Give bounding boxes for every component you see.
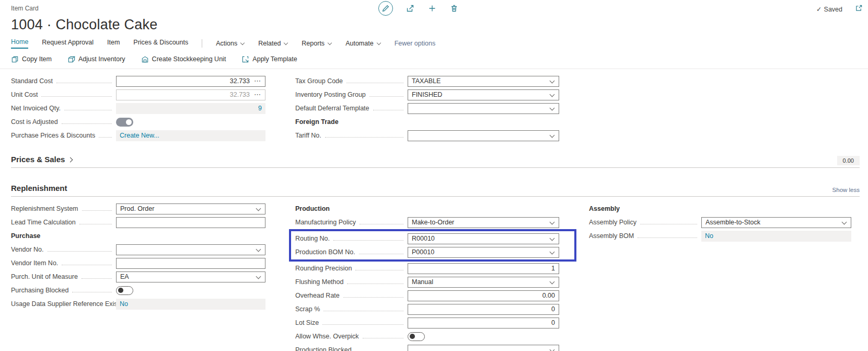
field-label: Vendor Item No.: [11, 259, 58, 267]
field-purchasing-blocked: Purchasing Blocked: [11, 284, 265, 297]
field-purch-unit-of-measure: Purch. Unit of Measure EA: [11, 270, 265, 284]
tab-request-approval[interactable]: Request Approval: [42, 39, 94, 48]
flushing-method-dropdown[interactable]: Manual: [408, 277, 559, 288]
default-deferral-template-dropdown[interactable]: [408, 103, 559, 114]
lead-time-calculation-input[interactable]: [116, 217, 265, 228]
field-label: Manufacturing Policy: [295, 219, 356, 226]
production-bom-no-dropdown[interactable]: P00010: [408, 247, 559, 258]
replenishment-system-dropdown[interactable]: Prod. Order: [116, 203, 265, 214]
trash-icon: [450, 4, 458, 13]
breadcrumb[interactable]: Item Card: [11, 5, 39, 12]
tariff-no-dropdown[interactable]: [408, 130, 559, 141]
routing-no-dropdown[interactable]: R00010: [408, 233, 559, 244]
menu-related[interactable]: Related: [258, 40, 288, 47]
manufacturing-policy-dropdown[interactable]: Make-to-Order: [408, 217, 559, 228]
inventory-posting-group-dropdown[interactable]: FINISHED: [408, 89, 559, 100]
standard-cost-input[interactable]: 32.733 ⋯: [116, 76, 265, 87]
save-status: ✓ Saved: [816, 5, 842, 13]
delete-button[interactable]: [450, 4, 459, 13]
chevron-down-icon[interactable]: [550, 92, 555, 97]
field-assembly-bom: Assembly BOM No: [589, 229, 851, 243]
field-routing-no: Routing No. R00010: [295, 232, 559, 245]
tab-prices-discounts[interactable]: Prices & Discounts: [133, 39, 188, 48]
apply-template-button[interactable]: Apply Template: [241, 55, 297, 63]
section-title: Replenishment: [11, 184, 67, 193]
chevron-right-icon[interactable]: [68, 157, 73, 162]
chevron-down-icon[interactable]: [256, 274, 261, 279]
menu-actions[interactable]: Actions: [216, 40, 245, 47]
assist-edit-icon[interactable]: ⋯: [254, 92, 261, 97]
prices-sales-section-header[interactable]: Prices & Sales 0.00: [11, 155, 860, 168]
allow-whse-overpick-toggle[interactable]: [408, 332, 425, 341]
adjust-inventory-button[interactable]: Adjust Inventory: [67, 55, 125, 63]
field-label: Purchase Prices & Discounts: [11, 132, 95, 139]
field-net-invoiced-qty: Net Invoiced Qty. 9: [11, 101, 265, 115]
overhead-rate-input[interactable]: 0.00: [408, 290, 559, 301]
chevron-down-icon[interactable]: [256, 247, 261, 252]
assembly-bom-link[interactable]: No: [705, 232, 848, 240]
field-label: Rounding Precision: [295, 265, 352, 272]
field-production-blocked: Production Blocked: [295, 343, 559, 351]
usage-data-link[interactable]: No: [120, 300, 262, 308]
assembly-policy-dropdown[interactable]: Assemble-to-Stock: [701, 217, 851, 228]
lot-size-input[interactable]: 0: [408, 318, 559, 329]
save-status-label: Saved: [824, 6, 842, 13]
vendor-no-dropdown[interactable]: [116, 244, 265, 255]
edit-button[interactable]: [378, 1, 393, 16]
dotted-leader: [56, 77, 112, 83]
chevron-down-icon: [284, 41, 288, 46]
general-left-column: Standard Cost 32.733 ⋯ Unit Cost 32.733 …: [11, 74, 265, 142]
purchasing-blocked-toggle[interactable]: [116, 286, 133, 295]
fewer-options-link[interactable]: Fewer options: [395, 40, 436, 47]
tab-item[interactable]: Item: [107, 39, 120, 48]
chevron-down-icon[interactable]: [550, 78, 555, 84]
chevron-down-icon[interactable]: [550, 250, 555, 255]
purch-unit-of-measure-dropdown[interactable]: EA: [116, 271, 265, 282]
general-right-column: Tax Group Code TAXABLE Inventory Posting…: [295, 74, 559, 142]
top-bar: Item Card ✓ Saved: [0, 0, 868, 16]
create-new-link[interactable]: Create New...: [120, 132, 262, 139]
tax-group-code-dropdown[interactable]: TAXABLE: [408, 76, 559, 87]
tab-home[interactable]: Home: [11, 38, 28, 49]
net-invoiced-qty-link[interactable]: 9: [120, 105, 262, 112]
dotted-leader: [82, 205, 112, 211]
field-unit-cost: Unit Cost 32.733 ⋯: [11, 88, 265, 101]
replenishment-section-header[interactable]: Replenishment Show less: [11, 184, 860, 197]
vendor-item-no-input[interactable]: [116, 258, 265, 269]
field-inventory-posting-group: Inventory Posting Group FINISHED: [295, 88, 559, 101]
dotted-leader: [355, 265, 403, 270]
new-button[interactable]: [428, 4, 437, 13]
popout-button[interactable]: [855, 4, 863, 14]
menu-automate[interactable]: Automate: [345, 40, 381, 47]
copy-item-button[interactable]: Copy Item: [11, 55, 52, 63]
field-label: Purch. Unit of Measure: [11, 273, 78, 280]
share-button[interactable]: [406, 4, 415, 13]
field-label: Overhead Rate: [295, 292, 340, 299]
production-blocked-dropdown[interactable]: [408, 345, 559, 351]
chevron-down-icon: [377, 41, 381, 46]
assist-edit-icon[interactable]: ⋯: [254, 78, 261, 84]
action-toolbar: Copy Item Adjust Inventory Create Stockk…: [11, 53, 868, 65]
chevron-down-icon[interactable]: [550, 106, 555, 111]
chevron-down-icon[interactable]: [550, 279, 555, 285]
menu-reports[interactable]: Reports: [302, 40, 332, 47]
chevron-down-icon[interactable]: [550, 220, 555, 225]
create-stockkeeping-unit-button[interactable]: Create Stockkeeping Unit: [141, 55, 226, 63]
dotted-leader: [347, 278, 403, 284]
menu-divider: [202, 39, 202, 48]
chevron-down-icon[interactable]: [550, 347, 555, 351]
prices-sales-badge: 0.00: [837, 156, 860, 165]
chevron-down-icon[interactable]: [256, 206, 261, 211]
dotted-leader: [363, 333, 403, 338]
field-label: Production Blocked: [295, 346, 352, 351]
cost-is-adjusted-toggle: [116, 118, 133, 127]
chevron-down-icon[interactable]: [550, 236, 555, 241]
field-label: Net Invoiced Qty.: [11, 105, 61, 112]
chevron-down-icon[interactable]: [842, 220, 847, 225]
adjust-inventory-icon: [67, 55, 75, 63]
rounding-precision-input[interactable]: 1: [408, 263, 559, 274]
page-title: 1004 · Chocolate Cake: [11, 17, 868, 33]
chevron-down-icon[interactable]: [550, 133, 555, 138]
show-less-link[interactable]: Show less: [832, 187, 860, 193]
scrap-pct-input[interactable]: 0: [408, 304, 559, 315]
